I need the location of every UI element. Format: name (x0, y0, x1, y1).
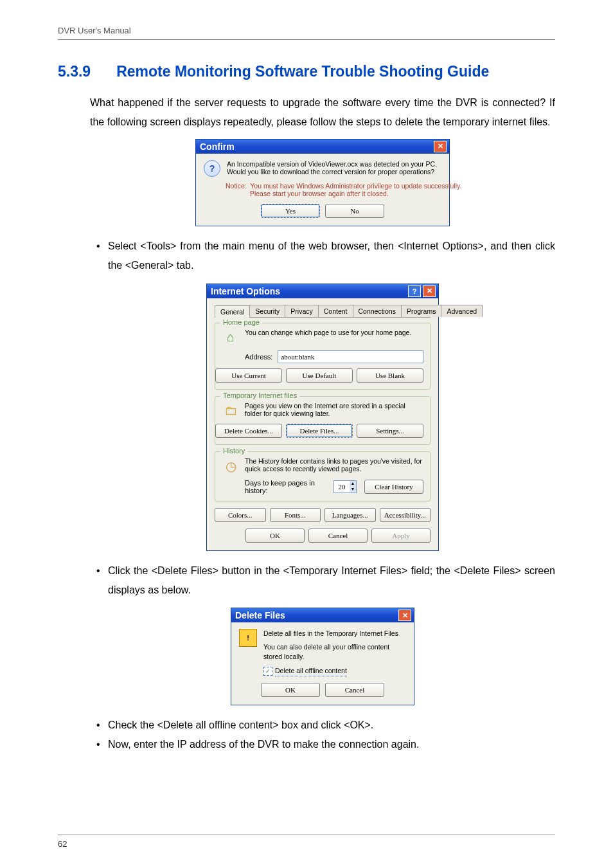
settings-button[interactable]: Settings... (357, 424, 423, 438)
bullet-icon: • (90, 561, 108, 601)
accessibility-button[interactable]: Accessibility... (380, 508, 431, 522)
delete-offline-label: Delete all offline content (275, 666, 347, 676)
tab-content[interactable]: Content (318, 305, 353, 317)
history-text: The History folder contains links to pag… (245, 457, 423, 473)
address-label: Address: (245, 353, 272, 361)
temp-text: Pages you view on the Internet are store… (245, 402, 423, 417)
homepage-label: Home page (220, 318, 262, 326)
spin-down-icon[interactable]: ▼ (350, 487, 356, 493)
address-input[interactable] (278, 350, 423, 363)
tab-general[interactable]: General (215, 305, 250, 318)
days-spinner[interactable]: ▲▼ (333, 480, 357, 493)
confirm-dialog: Confirm ✕ ? An Incompatible version of V… (195, 139, 450, 226)
tab-programs[interactable]: Programs (401, 305, 442, 317)
intro-paragraph: What happened if the server requests to … (90, 93, 555, 132)
bullet-3: Check the <Delete all offline content> b… (108, 716, 555, 735)
confirm-notice: Notice: You must have Windows Administra… (226, 182, 441, 197)
tab-privacy[interactable]: Privacy (285, 305, 318, 317)
yes-button[interactable]: Yes (261, 204, 320, 218)
tab-security[interactable]: Security (249, 305, 285, 317)
delete-cookies-button[interactable]: Delete Cookies... (215, 424, 282, 438)
section-title-text: Remote Monitoring Software Trouble Shoot… (116, 63, 489, 80)
bullet-icon: • (90, 716, 108, 735)
help-icon[interactable]: ? (408, 285, 421, 297)
bullet-1: Select <Tools> from the main menu of the… (108, 237, 555, 276)
cancel-button[interactable]: Cancel (308, 529, 368, 543)
clear-history-button[interactable]: Clear History (364, 480, 423, 494)
ok-button[interactable]: OK (245, 529, 305, 543)
confirm-line2: Would you like to download the correct v… (227, 168, 437, 176)
no-button[interactable]: No (325, 204, 384, 218)
bullet-icon: • (90, 735, 108, 754)
languages-button[interactable]: Languages... (324, 508, 376, 522)
temp-label: Temporary Internet files (220, 392, 299, 399)
history-group: History ◷ The History folder contains li… (215, 451, 431, 502)
bullet-4: Now, enter the IP address of the DVR to … (108, 735, 555, 754)
delete-offline-checkbox[interactable]: ✓ (263, 667, 272, 676)
section-number: 5.3.9 (58, 63, 91, 80)
internet-options-dialog: Internet Options ? ✕ General Security Pr… (206, 284, 439, 551)
delete-files-button[interactable]: Delete Files... (286, 424, 353, 438)
bullet-2: Click the <Delete Files> button in the <… (108, 561, 555, 601)
del-line1: Delete all files in the Temporary Intern… (263, 629, 406, 638)
confirm-title: Confirm (200, 141, 235, 152)
spin-up-icon[interactable]: ▲ (350, 481, 356, 487)
delete-files-dialog: Delete Files ✕ ! Delete all files in the… (231, 608, 414, 705)
history-icon: ◷ (226, 458, 236, 474)
bullet-icon: • (90, 237, 108, 276)
days-label: Days to keep pages in history: (245, 479, 330, 494)
close-icon[interactable]: ✕ (434, 141, 447, 152)
homepage-group: Home page ⌂ You can change which page to… (215, 323, 431, 390)
apply-button: Apply (371, 529, 431, 543)
confirm-line1: An Incompatible version of VideoViewer.o… (227, 160, 437, 168)
days-input[interactable] (334, 481, 350, 493)
del-title: Delete Files (235, 610, 285, 620)
home-icon: ⌂ (227, 330, 235, 345)
io-title: Internet Options (211, 286, 280, 296)
fonts-button[interactable]: Fonts... (270, 508, 321, 522)
close-icon[interactable]: ✕ (423, 285, 436, 297)
use-blank-button[interactable]: Use Blank (357, 368, 423, 383)
temp-files-group: Temporary Internet files 🗀 Pages you vie… (215, 396, 431, 445)
history-label: History (220, 447, 247, 455)
page-number: 62 (58, 835, 555, 849)
del-line2: You can also delete all your offline con… (263, 642, 406, 661)
tab-advanced[interactable]: Advanced (441, 305, 483, 317)
question-icon: ? (204, 160, 220, 177)
folder-icon: 🗀 (224, 403, 237, 418)
close-icon[interactable]: ✕ (398, 610, 411, 621)
warning-icon: ! (239, 629, 257, 647)
tab-connections[interactable]: Connections (353, 305, 402, 317)
cancel-button[interactable]: Cancel (325, 683, 384, 697)
header-title: DVR User's Manual (58, 26, 555, 40)
ok-button[interactable]: OK (261, 683, 320, 697)
use-default-button[interactable]: Use Default (286, 368, 353, 383)
use-current-button[interactable]: Use Current (215, 368, 282, 383)
homepage-text: You can change which page to use for you… (245, 329, 411, 336)
section-heading: 5.3.9Remote Monitoring Software Trouble … (58, 63, 555, 80)
colors-button[interactable]: Colors... (215, 508, 266, 522)
